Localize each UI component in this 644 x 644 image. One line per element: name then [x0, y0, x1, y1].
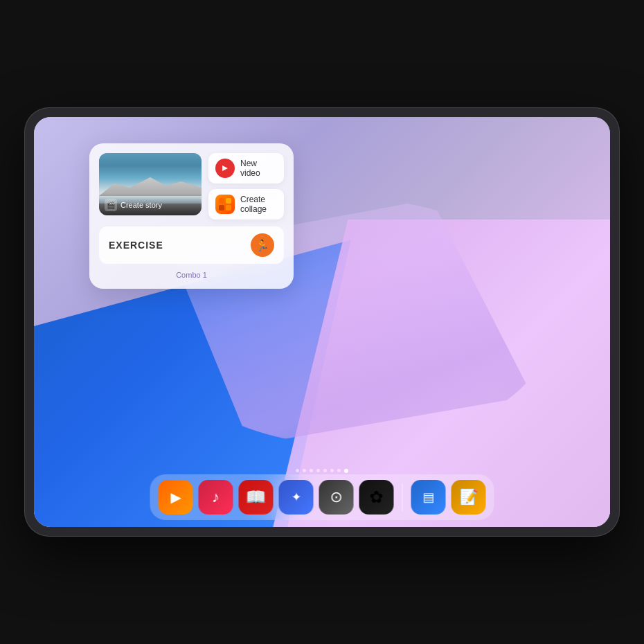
- collage-cell-1: [219, 198, 224, 204]
- new-video-icon: [215, 159, 235, 178]
- dock-app-pricetag[interactable]: [279, 480, 314, 515]
- collage-cell-3: [219, 205, 224, 211]
- page-dot-3[interactable]: [310, 469, 313, 472]
- create-story-label: Create story: [120, 201, 162, 209]
- dock-app-photos[interactable]: ✿: [359, 480, 394, 515]
- widget-action-buttons: New video Create collage: [208, 153, 284, 220]
- dock-app-music[interactable]: [199, 480, 233, 515]
- page-dot-5[interactable]: [323, 469, 327, 472]
- new-video-label: New video: [240, 159, 277, 178]
- page-dot-6[interactable]: [330, 469, 334, 472]
- page-dot-1[interactable]: [296, 469, 299, 472]
- page-dots: [34, 469, 610, 473]
- page-dot-2[interactable]: [303, 469, 306, 472]
- tablet-frame: 🎬 Create story New video: [24, 107, 620, 537]
- photos-icon: ✿: [370, 488, 384, 507]
- notes-icon: 📝: [459, 488, 478, 506]
- widget-top-row: 🎬 Create story New video: [99, 153, 284, 220]
- tablet-screen: 🎬 Create story New video: [34, 117, 610, 527]
- create-collage-label: Create collage: [240, 195, 277, 214]
- exercise-widget[interactable]: EXERCISE 🏃: [99, 226, 284, 264]
- create-story-widget[interactable]: 🎬 Create story: [99, 153, 202, 215]
- photo-label: 🎬 Create story: [99, 193, 202, 215]
- dock-app-notes[interactable]: 📝: [451, 480, 486, 515]
- story-icon: 🎬: [105, 199, 117, 211]
- collage-cell-2: [226, 198, 231, 204]
- page-dot-4[interactable]: [316, 469, 320, 472]
- dock-app-books[interactable]: 📖: [239, 480, 274, 515]
- dock-app-slides[interactable]: ▤: [411, 480, 446, 515]
- collage-grid-icon: [219, 198, 231, 211]
- collage-icon: [215, 195, 235, 214]
- exercise-label: EXERCISE: [109, 240, 163, 251]
- dock-app-camera[interactable]: ⊙: [319, 480, 354, 515]
- books-icon: 📖: [246, 488, 267, 507]
- dock-app-infuse[interactable]: [159, 480, 193, 515]
- widget-panel: 🎬 Create story New video: [89, 143, 294, 289]
- page-dot-7[interactable]: [337, 469, 341, 472]
- camera-icon: ⊙: [330, 488, 343, 506]
- create-collage-button[interactable]: Create collage: [208, 189, 284, 220]
- new-video-button[interactable]: New video: [208, 153, 284, 184]
- dock: 📖 ⊙ ✿ ▤ 📝: [150, 474, 494, 520]
- page-dot-8-active[interactable]: [344, 469, 348, 473]
- combo-label: Combo 1: [99, 271, 284, 279]
- slides-icon: ▤: [422, 490, 434, 505]
- dock-divider: [402, 483, 403, 511]
- collage-cell-4: [226, 205, 231, 211]
- exercise-badge: 🏃: [251, 233, 274, 257]
